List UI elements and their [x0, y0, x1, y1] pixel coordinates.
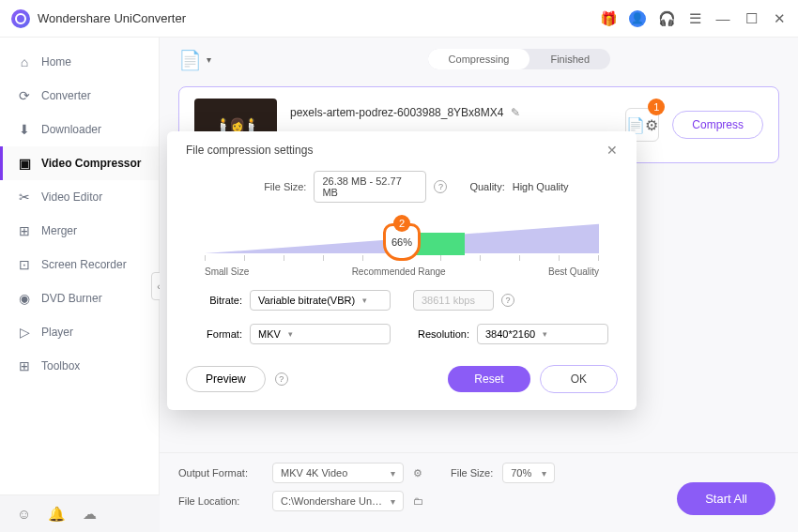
reset-button[interactable]: Reset: [448, 366, 529, 392]
sidebar-item-label: Video Editor: [41, 190, 102, 204]
sidebar-item-video-compressor[interactable]: ▣Video Compressor: [0, 146, 159, 180]
app-title: Wondershare UniConverter: [38, 11, 186, 25]
sidebar-item-player[interactable]: ▷Player: [0, 315, 159, 349]
sidebar-item-label: Downloader: [41, 123, 101, 136]
feedback-icon[interactable]: ☺: [17, 506, 31, 522]
converter-icon: ⟳: [17, 88, 32, 103]
sidebar-item-dvd-burner[interactable]: ◉DVD Burner: [0, 281, 159, 315]
format-select[interactable]: MKV▾: [250, 324, 391, 344]
slider-label-best: Best Quality: [548, 266, 599, 277]
sidebar-item-home[interactable]: ⌂Home: [0, 45, 159, 79]
tab-finished[interactable]: Finished: [529, 49, 610, 69]
help-icon[interactable]: ?: [501, 294, 514, 307]
menu-icon[interactable]: ☰: [687, 11, 702, 26]
compression-settings-dialog: File compression settings ✕ File Size: 2…: [167, 131, 637, 410]
chevron-down-icon: ▾: [543, 329, 547, 339]
toolbox-icon: ⊞: [17, 358, 32, 373]
close-icon[interactable]: ✕: [772, 11, 787, 26]
resolution-select[interactable]: 3840*2160▾: [477, 324, 608, 344]
file-location-select[interactable]: C:\Wondershare UniConverter▾: [272, 491, 404, 511]
dialog-filesize-select[interactable]: 26.38 MB - 52.77 MB: [314, 171, 426, 203]
sidebar-item-toolbox[interactable]: ⊞Toolbox: [0, 349, 159, 383]
dvd-icon: ◉: [17, 291, 32, 306]
bitrate-select[interactable]: Variable bitrate(VBR)▾: [250, 290, 391, 311]
sidebar: ⌂Home ⟳Converter ⬇Downloader ▣Video Comp…: [0, 38, 160, 494]
sidebar-item-label: Player: [41, 326, 73, 339]
notification-icon[interactable]: 🔔: [48, 506, 66, 523]
help-icon[interactable]: ?: [275, 372, 288, 386]
slider-knob[interactable]: 2 66%: [383, 223, 421, 261]
chevron-down-icon: ▾: [391, 496, 395, 507]
sidebar-item-label: Video Compressor: [41, 157, 141, 170]
cloud-icon[interactable]: ☁: [83, 506, 97, 523]
size-quality-slider[interactable]: 2 66%: [205, 216, 599, 263]
sidebar-item-converter[interactable]: ⟳Converter: [0, 79, 159, 113]
settings-icon[interactable]: ⚙: [413, 467, 422, 479]
edit-name-icon[interactable]: ✎: [511, 106, 520, 119]
sidebar-item-merger[interactable]: ⊞Merger: [0, 214, 159, 248]
user-avatar-icon[interactable]: 👤: [629, 10, 646, 27]
maximize-icon[interactable]: ☐: [744, 11, 759, 26]
compress-button[interactable]: Compress: [672, 111, 763, 139]
file-location-label: File Location:: [178, 495, 263, 507]
sidebar-item-screen-recorder[interactable]: ⊡Screen Recorder: [0, 248, 159, 281]
sidebar-item-label: Converter: [41, 89, 91, 102]
tab-compressing[interactable]: Compressing: [428, 49, 530, 69]
output-format-label: Output Format:: [178, 467, 263, 479]
merger-icon: ⊞: [17, 223, 32, 238]
app-logo: [11, 9, 30, 28]
bitrate-label: Bitrate:: [195, 295, 242, 306]
headset-icon[interactable]: 🎧: [659, 11, 674, 26]
sidebar-item-label: Home: [41, 55, 71, 68]
home-icon: ⌂: [17, 54, 32, 69]
gift-icon[interactable]: 🎁: [601, 11, 616, 26]
tabs: Compressing Finished: [428, 49, 610, 69]
sidebar-item-video-editor[interactable]: ✂Video Editor: [0, 180, 159, 214]
format-label: Format:: [195, 328, 242, 340]
download-icon: ⬇: [17, 122, 32, 137]
play-icon: ▷: [17, 325, 32, 340]
recorder-icon: ⊡: [17, 257, 32, 272]
file-size-select[interactable]: 70%▾: [502, 463, 555, 483]
minimize-icon[interactable]: —: [715, 11, 730, 26]
step-badge-1: 1: [648, 99, 665, 115]
sidebar-item-label: DVD Burner: [41, 292, 102, 305]
file-size-label: File Size:: [451, 467, 493, 479]
open-folder-icon[interactable]: 🗀: [413, 495, 423, 507]
chevron-down-icon: ▾: [391, 468, 395, 479]
sidebar-item-label: Merger: [41, 224, 77, 237]
bitrate-kbps-input: 38611 kbps: [413, 290, 494, 311]
resolution-label: Resolution:: [413, 328, 469, 340]
preview-button[interactable]: Preview: [186, 366, 266, 392]
step-badge-2: 2: [393, 215, 410, 232]
sidebar-item-label: Toolbox: [41, 359, 80, 372]
quality-value: High Quality: [513, 181, 569, 192]
chevron-down-icon: ▾: [362, 296, 367, 305]
sidebar-item-downloader[interactable]: ⬇Downloader: [0, 113, 159, 146]
titlebar: Wondershare UniConverter 🎁 👤 🎧 ☰ — ☐ ✕: [0, 0, 798, 38]
dialog-title: File compression settings: [186, 144, 313, 157]
sidebar-item-label: Screen Recorder: [41, 258, 127, 271]
help-icon[interactable]: ?: [434, 180, 447, 193]
compressor-icon: ▣: [17, 156, 32, 171]
add-file-icon[interactable]: 📄: [178, 49, 199, 69]
chevron-down-icon[interactable]: ▾: [207, 54, 211, 65]
slider-label-small: Small Size: [205, 266, 249, 277]
chevron-down-icon: ▾: [288, 329, 293, 339]
start-all-button[interactable]: Start All: [677, 482, 775, 515]
slider-label-recommended: Recommended Range: [352, 266, 446, 277]
dialog-filesize-label: File Size:: [244, 181, 306, 192]
quality-label: Quality:: [469, 181, 504, 192]
slider-value: 66%: [391, 236, 412, 248]
output-format-select[interactable]: MKV 4K Video▾: [272, 463, 404, 483]
dialog-close-button[interactable]: ✕: [606, 143, 618, 158]
scissors-icon: ✂: [17, 190, 32, 205]
footer: Output Format: MKV 4K Video▾ ⚙ File Size…: [160, 452, 798, 532]
file-name: pexels-artem-podrez-6003988_8YBx8MX4: [290, 106, 503, 119]
ok-button[interactable]: OK: [540, 365, 618, 393]
chevron-down-icon: ▾: [542, 468, 546, 479]
